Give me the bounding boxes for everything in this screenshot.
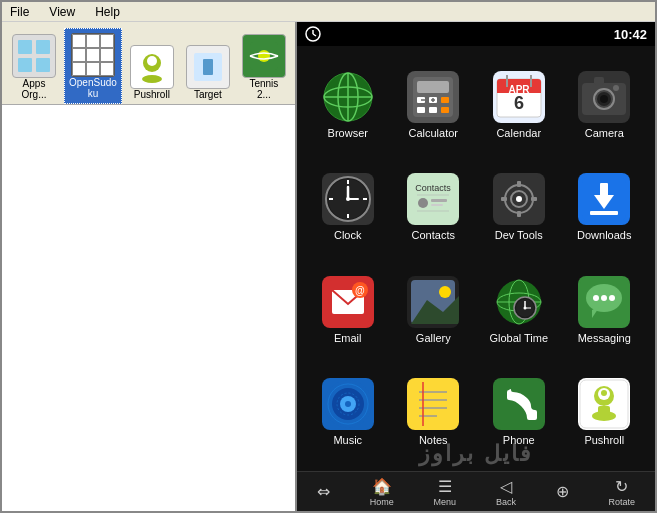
svg-rect-23 — [441, 97, 449, 103]
menu-view[interactable]: View — [45, 5, 79, 19]
app-icon-target[interactable]: Target — [182, 41, 234, 104]
app-browser[interactable]: Browser — [305, 54, 391, 156]
app-phone[interactable]: Phone — [476, 361, 562, 463]
app-notes[interactable]: Notes — [391, 361, 477, 463]
svg-point-40 — [600, 95, 608, 103]
home-icon: 🏠 — [372, 477, 392, 496]
svg-point-92 — [609, 295, 615, 301]
status-bar-left — [305, 26, 321, 42]
music-icon — [322, 378, 374, 430]
menu-help[interactable]: Help — [91, 5, 124, 19]
app-contacts[interactable]: Contacts Contacts — [391, 156, 477, 258]
downloads-icon — [578, 173, 630, 225]
nav-bar: ⇔ 🏠 Home ☰ Menu ◁ Back ⊕ ↻ — [297, 471, 655, 511]
app-downloads[interactable]: Downloads — [562, 156, 648, 258]
app-globaltime[interactable]: Global Time — [476, 259, 562, 361]
app-calendar[interactable]: APR 6 Calendar — [476, 54, 562, 156]
home-label: Home — [370, 497, 394, 507]
app-messaging[interactable]: Messaging — [562, 259, 648, 361]
svg-text:@: @ — [355, 285, 365, 296]
svg-point-78 — [439, 286, 451, 298]
svg-text:Contacts: Contacts — [415, 183, 451, 193]
contacts-label: Contacts — [412, 229, 455, 241]
app-clock[interactable]: Clock — [305, 156, 391, 258]
svg-rect-65 — [501, 197, 507, 201]
gallery-label: Gallery — [416, 332, 451, 344]
email-label: Email — [334, 332, 362, 344]
svg-rect-57 — [431, 204, 443, 206]
notes-label: Notes — [419, 434, 448, 446]
downloads-label: Downloads — [577, 229, 631, 241]
svg-rect-100 — [413, 382, 453, 426]
globaltime-icon — [493, 276, 545, 328]
app-icon-apps-org[interactable]: Apps Org... — [8, 30, 60, 104]
clock-icon — [322, 173, 374, 225]
status-bar: 10:42 — [297, 22, 655, 46]
app-label-target: Target — [194, 89, 222, 100]
app-music[interactable]: Music — [305, 361, 391, 463]
back-icon: ◁ — [500, 477, 512, 496]
globaltime-label: Global Time — [489, 332, 548, 344]
svg-point-6 — [142, 75, 162, 83]
svg-rect-2 — [18, 58, 32, 72]
svg-line-13 — [313, 34, 316, 36]
svg-rect-24 — [417, 107, 425, 113]
app-devtools[interactable]: Dev Tools — [476, 156, 562, 258]
clock-label: Clock — [334, 229, 362, 241]
browser-label: Browser — [328, 127, 368, 139]
svg-point-55 — [418, 198, 428, 208]
status-clock-icon — [305, 26, 321, 42]
nav-home[interactable]: 🏠 Home — [364, 475, 400, 509]
phone-icon — [493, 378, 545, 430]
app-camera[interactable]: Camera — [562, 54, 648, 156]
nav-arrows[interactable]: ⇔ — [311, 480, 336, 503]
nav-rotate[interactable]: ↻ Rotate — [603, 475, 642, 509]
app-gallery[interactable]: Gallery — [391, 259, 477, 361]
svg-rect-25 — [429, 107, 437, 113]
calculator-icon — [407, 71, 459, 123]
contacts-icon: Contacts — [407, 173, 459, 225]
app-icon-tennis2[interactable]: Tennis 2... — [238, 30, 290, 104]
calendar-label: Calendar — [496, 127, 541, 139]
app-email[interactable]: @ Email — [305, 259, 391, 361]
svg-rect-0 — [18, 40, 32, 54]
svg-rect-63 — [517, 181, 521, 187]
left-panel: Apps Org... 12 46 79 OpenSudoku — [2, 22, 297, 511]
email-icon: @ — [322, 276, 374, 328]
content-area: Apps Org... 12 46 79 OpenSudoku — [2, 22, 655, 511]
gallery-icon — [407, 276, 459, 328]
back-label: Back — [496, 497, 516, 507]
app-pushroll[interactable]: Pushroll — [562, 361, 648, 463]
svg-point-51 — [346, 197, 350, 201]
svg-rect-3 — [36, 58, 50, 72]
camera-icon — [578, 71, 630, 123]
svg-point-62 — [516, 196, 522, 202]
nav-unknown[interactable]: ⊕ — [550, 480, 575, 503]
menubar: File View Help — [2, 2, 655, 22]
nav-menu[interactable]: ☰ Menu — [428, 475, 463, 509]
nav-back[interactable]: ◁ Back — [490, 475, 522, 509]
svg-point-90 — [593, 295, 599, 301]
svg-rect-8 — [203, 59, 213, 75]
messaging-label: Messaging — [578, 332, 631, 344]
menu-file[interactable]: File — [6, 5, 33, 19]
messaging-icon — [578, 276, 630, 328]
menu-icon: ☰ — [438, 477, 452, 496]
camera-label: Camera — [585, 127, 624, 139]
svg-rect-66 — [531, 197, 537, 201]
svg-rect-56 — [431, 199, 447, 202]
arrows-icon: ⇔ — [317, 482, 330, 501]
app-icon-pushroll-left[interactable]: Pushroll — [126, 41, 178, 104]
phone-label: Phone — [503, 434, 535, 446]
svg-point-97 — [345, 401, 351, 407]
rotate-icon: ↻ — [615, 477, 628, 496]
svg-point-5 — [147, 56, 157, 66]
app-icon-opensudoku[interactable]: 12 46 79 OpenSudoku — [64, 28, 122, 104]
svg-point-110 — [601, 390, 607, 396]
notes-icon — [407, 378, 459, 430]
pushroll-icon — [578, 378, 630, 430]
music-label: Music — [333, 434, 362, 446]
svg-point-10 — [258, 50, 270, 62]
app-calculator[interactable]: Calculator — [391, 54, 477, 156]
svg-rect-69 — [600, 183, 608, 197]
